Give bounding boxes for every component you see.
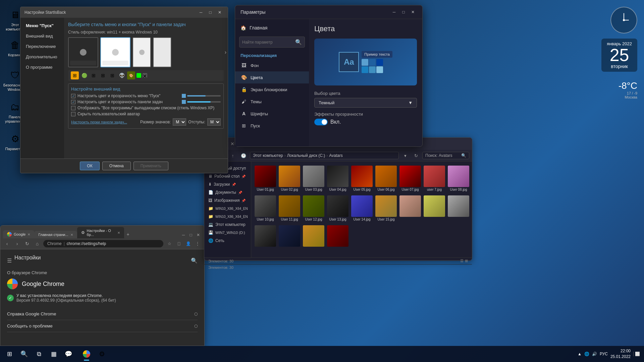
nav-start[interactable]: ⊞ Пуск <box>235 120 309 132</box>
taskbar-perks-link[interactable]: Настроить перки панели задач... <box>71 120 127 124</box>
style-item-3[interactable] <box>132 37 151 67</box>
icon-alien[interactable]: 👽 <box>118 71 126 79</box>
taskbar-network-icon[interactable]: 🌐 <box>584 352 589 356</box>
taskbar-settings-app[interactable]: ⚙ <box>95 347 109 361</box>
file-user13[interactable]: User 13.jpg <box>326 194 349 223</box>
fm-view-list[interactable]: ☰ <box>460 259 464 263</box>
tab-maximize[interactable]: □ <box>187 232 194 238</box>
file-user08[interactable]: User 08.jpg <box>447 164 470 193</box>
params-minimize[interactable]: ─ <box>390 9 398 15</box>
taskbar-show-desktop[interactable]: ⬜ <box>633 352 640 356</box>
nav-lockscreen[interactable]: 🔒 Экран блокировки <box>235 83 309 96</box>
icon-orb-green[interactable]: 🟢 <box>80 71 88 79</box>
chat-button[interactable]: 💬 <box>62 347 75 361</box>
chrome-help-link[interactable]: Справка Google Chrome ⬡ <box>7 308 198 320</box>
bookmark-button[interactable]: ☆ <box>165 240 173 248</box>
sidebar-item-switch[interactable]: Переключение <box>20 41 64 52</box>
fm-refresh[interactable]: ↻ <box>412 151 420 160</box>
params-maximize[interactable]: □ <box>399 9 408 15</box>
icon-win7[interactable]: ⊞ <box>90 71 98 79</box>
params-close[interactable]: ✕ <box>409 9 417 15</box>
task-view-button[interactable]: ⧉ <box>32 347 46 361</box>
params-home-btn[interactable]: 🏠 Главная <box>235 22 309 34</box>
fm-dropdown[interactable]: ▾ <box>401 151 410 160</box>
color-swatch-1[interactable] <box>182 94 186 98</box>
profile-button[interactable]: 👤 <box>184 240 192 248</box>
file-user7[interactable]: user 7.jpg <box>423 164 446 193</box>
file-r1[interactable] <box>399 194 422 223</box>
cast-button[interactable]: ⎕ <box>175 240 183 248</box>
fm-view-grid[interactable]: ⊞ <box>465 259 468 263</box>
file-user04[interactable]: User 04.jpg <box>326 164 349 193</box>
file-r3[interactable] <box>447 194 470 223</box>
cancel-button[interactable]: Отмена <box>102 162 131 170</box>
refresh-button[interactable]: ↻ <box>23 240 31 248</box>
start-button[interactable]: ⊞ <box>3 347 16 361</box>
file-r4[interactable] <box>471 194 472 223</box>
file-user05[interactable]: User 05.jpg <box>351 164 373 193</box>
taskbar-arrow-icon[interactable]: ▲ <box>578 352 582 356</box>
tab-close-settings[interactable]: ✕ <box>117 231 120 235</box>
new-tab-button[interactable]: + <box>124 230 132 238</box>
params-search-box[interactable]: 🔍 <box>239 37 305 48</box>
style-item-2[interactable] <box>100 37 130 67</box>
icon-win11[interactable]: ⊞ <box>71 71 79 79</box>
file-user10[interactable]: User 10.jpg <box>254 194 277 223</box>
tab-close-chrome[interactable]: ✕ <box>195 232 202 238</box>
taskbar-chrome-app[interactable] <box>79 347 94 361</box>
chrome-search-icon[interactable]: 🔍 <box>191 257 198 264</box>
tab-close-home[interactable]: ✕ <box>70 233 73 237</box>
breadcrumb-folder[interactable]: Avatars <box>329 153 342 158</box>
file-r5[interactable] <box>254 224 277 249</box>
nav-fonts[interactable]: A Шрифты <box>235 108 309 120</box>
size-select[interactable]: MSL <box>173 118 186 126</box>
icon-add[interactable] <box>137 73 141 78</box>
file-user11[interactable]: User 11.jpg <box>278 194 301 223</box>
file-r7[interactable] <box>302 224 325 249</box>
sidebar-win10-1[interactable]: 📁 WIN10_X86_X64_EN <box>204 204 251 213</box>
transparency-toggle[interactable] <box>314 119 328 125</box>
checkbox-2[interactable]: ✓ <box>71 100 75 104</box>
fm-breadcrumb[interactable]: Этот компьютер › Локальный диск (C:) › A… <box>250 152 399 159</box>
chrome-tab-google[interactable]: Google ✕ <box>3 230 34 238</box>
file-user06[interactable]: User 06.jpg <box>375 164 397 193</box>
fm-recent[interactable]: 🕐 <box>239 151 248 160</box>
slider-2[interactable] <box>187 101 221 103</box>
fm-search-box[interactable]: Поиск: Avatars 🔍 <box>422 152 469 159</box>
sidebar-item-menu[interactable]: Меню "Пуск" <box>20 20 64 31</box>
tab-close-google[interactable]: ✕ <box>28 233 30 236</box>
file-r2[interactable] <box>423 194 446 223</box>
file-user01[interactable]: User 01.jpg <box>254 164 277 193</box>
minimize-button[interactable]: ─ <box>197 9 205 16</box>
breadcrumb-computer[interactable]: Этот компьютер <box>253 153 283 158</box>
close-button[interactable]: ✕ <box>216 9 224 16</box>
checkbox-4[interactable] <box>71 112 75 116</box>
slider-1[interactable] <box>187 95 221 97</box>
maximize-button[interactable]: □ <box>206 9 214 16</box>
icon-dots[interactable]: ⊞ <box>108 71 116 79</box>
file-user02[interactable]: User 02.jpg <box>278 164 301 193</box>
file-r8[interactable] <box>326 224 349 249</box>
sidebar-item-additional[interactable]: Дополнительно <box>20 52 64 62</box>
extensions-button[interactable]: ⋮ <box>194 240 202 248</box>
breadcrumb-disk[interactable]: Локальный диск (C:) <box>287 153 325 158</box>
sidebar-win10-2[interactable]: 📁 WIN10_X86_X64_EN <box>204 213 251 221</box>
taskbar-volume-icon[interactable]: 🔊 <box>592 352 597 356</box>
url-box[interactable]: Chrome | chrome://settings/help <box>43 240 163 247</box>
icon-custom[interactable]: 🎨 <box>127 71 135 79</box>
sidebar-images[interactable]: 🖼 Изображения 📌 <box>204 196 251 204</box>
sidebar-item-appearance[interactable]: Внешний вид <box>20 31 64 41</box>
chrome-tab-home[interactable]: Главная страни... ✕ <box>34 231 77 238</box>
scroll-right-arrow[interactable]: › <box>225 49 226 55</box>
file-user07[interactable]: User 07.jpg <box>399 164 422 193</box>
file-user14[interactable]: User 14.jpg <box>351 194 373 223</box>
sidebar-item-about[interactable]: О программе <box>20 62 64 72</box>
sidebar-downloads[interactable]: ⬇ Загрузки 📌 <box>204 180 251 188</box>
home-nav-button[interactable]: ⌂ <box>33 240 41 248</box>
file-user15[interactable]: User 15.jpg <box>375 194 397 223</box>
ok-button[interactable]: ОК <box>80 162 99 170</box>
indent-select[interactable]: MSL <box>207 118 221 126</box>
fm-up[interactable]: ↑ <box>228 151 237 160</box>
widgets-button[interactable]: ▦ <box>47 347 60 361</box>
color-swatch-2[interactable] <box>182 100 186 104</box>
